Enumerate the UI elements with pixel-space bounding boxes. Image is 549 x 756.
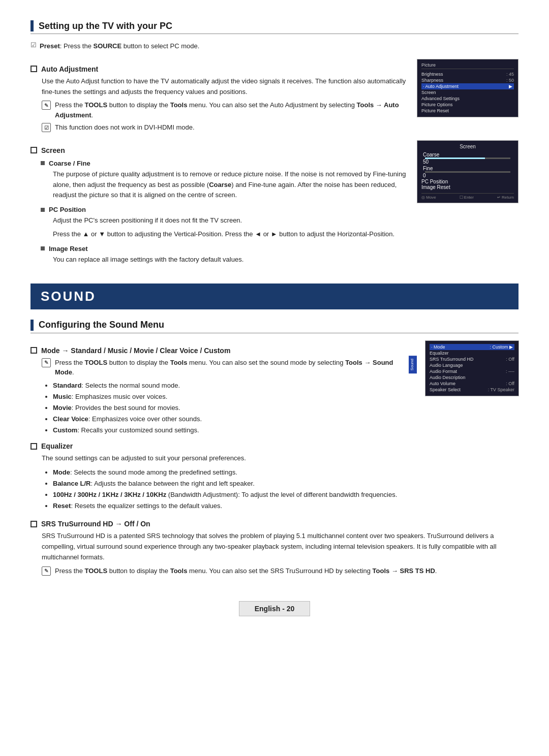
pc-position-heading: PC Position — [41, 206, 407, 213]
auto-adjustment-note1: ✎ Press the TOOLS button to display the … — [42, 100, 407, 120]
pc-position-title: PC Position — [49, 206, 86, 213]
checkbox-screen-icon — [30, 147, 37, 153]
equalizer-bullets: Mode: Selects the sound mode among the p… — [53, 467, 407, 512]
ss-row-img-reset: Image Reset — [421, 184, 514, 190]
ss-sound-audioformat: Audio Format: ---- — [430, 368, 514, 374]
checkbox-mode-icon — [30, 347, 37, 354]
section-title-pc: Setting up the TV with your PC — [39, 21, 172, 32]
auto-adjustment-title: Auto Adjustment — [41, 65, 98, 73]
ss-sound-srs: SRS TruSurround HD: Off — [430, 356, 514, 362]
note-icon-2: ☑ — [42, 123, 51, 132]
ss-row-coarse: Coarse 50 — [421, 151, 514, 165]
sound-banner: SOUND — [30, 284, 518, 309]
srs-heading: SRS TruSurround HD → Off / On — [30, 520, 518, 528]
section-heading-pc: Setting up the TV with your PC — [30, 20, 518, 34]
screen-heading: Screen — [30, 146, 407, 154]
image-reset-title: Image Reset — [49, 245, 88, 253]
small-sq-icon-reset — [41, 246, 45, 250]
equalizer-heading: Equalizer — [30, 442, 407, 450]
mode-bullet-custom: Custom: Recalls your customized sound se… — [53, 425, 407, 436]
screen-screenshot: Screen Coarse 50 Fine — [417, 140, 518, 203]
ss-row-picture-options: Picture Options — [421, 102, 514, 108]
section-heading-sound: Configuring the Sound Menu — [30, 320, 518, 333]
ss-sound-audiolang: Audio Language — [430, 362, 514, 368]
srs-note1: ✎ Press the TOOLS button to display the … — [42, 566, 518, 576]
coarse-fine-heading: Coarse / Fine — [41, 160, 407, 167]
ss-row-picture-reset: Picture Reset — [421, 108, 514, 114]
image-reset-body: You can replace all image settings with … — [53, 255, 407, 265]
screen-main: Screen Coarse / Fine The purpose of pict… — [30, 140, 407, 268]
equalizer-title: Equalizer — [41, 442, 73, 450]
ss-sound-audiodesc: Audio Description — [430, 374, 514, 381]
screen-title: Screen — [41, 146, 65, 154]
ss-screen-title: Screen — [421, 144, 514, 149]
eq-bullet-freq: 100Hz / 300Hz / 1KHz / 3KHz / 10KHz (Ban… — [53, 489, 407, 500]
sound-screenshot: · Mode: Custom ▶ Equalizer SRS TruSurrou… — [425, 340, 519, 396]
preset-text: Preset: Press the SOURCE button to selec… — [40, 41, 199, 52]
preset-line: ☑ Preset: Press the SOURCE button to sel… — [30, 41, 518, 55]
eq-bullet-balance: Balance L/R: Adjusts the balance between… — [53, 478, 407, 489]
eq-bullet-reset: Reset: Resets the equalizer settings to … — [53, 500, 407, 512]
coarse-fine-body: The purpose of picture quality adjustmen… — [53, 169, 407, 201]
ss-row-screen: Screen — [421, 89, 514, 96]
auto-adjustment-note1-text: Press the TOOLS button to display the To… — [55, 100, 407, 120]
ss-sound-equalizer: Equalizer — [430, 350, 514, 356]
srs-title: SRS TruSurround HD → Off / On — [41, 520, 150, 528]
auto-adjustment-heading: Auto Adjustment — [30, 65, 407, 73]
mode-bullet-movie: Movie: Provides the best sound for movie… — [53, 402, 407, 414]
ss-sound-autovol: Auto Volume: Off — [430, 381, 514, 387]
checkbox-icon — [30, 66, 37, 72]
coarse-fine-title: Coarse / Fine — [49, 160, 90, 167]
auto-adjustment-section: Auto Adjustment Use the Auto Adjust func… — [30, 59, 518, 135]
small-sq-icon-pc — [41, 208, 45, 212]
ss-sound-mode: · Mode: Custom ▶ — [430, 344, 514, 350]
mode-bullet-standard: Standard: Selects the normal sound mode. — [53, 380, 407, 391]
note-icon-srs: ✎ — [42, 566, 51, 576]
sound-mode-section: Mode → Standard / Music / Movie / Clear … — [30, 340, 518, 514]
mode-note1: ✎ Press the TOOLS button to display the … — [42, 358, 407, 377]
equalizer-body: The sound settings can be adjusted to su… — [42, 453, 407, 464]
ss-row-auto-adj: · Auto Adjustment▶ — [421, 83, 514, 89]
ss-picture-title: Picture — [421, 62, 514, 69]
note-icon-1: ✎ — [42, 101, 51, 110]
section-sound: Configuring the Sound Menu Mode → Standa… — [30, 320, 518, 576]
eq-bullet-mode: Mode: Selects the sound mode among the p… — [53, 467, 407, 478]
ss-sound-speaker: Speaker Select: TV Speaker — [430, 387, 514, 393]
note-icon-mode: ✎ — [42, 358, 51, 367]
blue-bar-icon — [30, 20, 34, 32]
mode-note1-text: Press the TOOLS button to display the To… — [55, 358, 407, 377]
mode-bullets: Standard: Selects the normal sound mode.… — [53, 380, 407, 436]
srs-body1: SRS TruSurround HD is a patented SRS tec… — [42, 531, 518, 562]
preset-icon: ☑ — [30, 41, 37, 49]
ss-bottom-bar: ◎ Move ☐ Enter ↵ Return — [421, 193, 514, 200]
auto-adjustment-note2: ☑ This function does not work in DVI-HDM… — [42, 122, 407, 133]
footer-badge: English - 20 — [239, 601, 311, 616]
sound-mode-main: Mode → Standard / Music / Movie / Clear … — [30, 340, 407, 514]
auto-adjustment-main: Auto Adjustment Use the Auto Adjust func… — [30, 59, 407, 135]
sound-side-tab: Sound — [409, 356, 417, 373]
ss-row-adv-settings: Advanced Settings — [421, 96, 514, 102]
auto-adjustment-note2-text: This function does not work in DVI-HDMI … — [55, 122, 407, 133]
picture-screenshot-col: Picture Brightness: 45 Sharpness: 50 · A… — [417, 59, 518, 117]
mode-title: Mode → Standard / Music / Movie / Clear … — [41, 346, 230, 355]
mode-bullet-music: Music: Emphasizes music over voices. — [53, 391, 407, 402]
image-reset-heading: Image Reset — [41, 245, 407, 253]
small-sq-icon-coarse — [41, 161, 45, 165]
sound-screenshot-col: Sound · Mode: Custom ▶ Equalizer SRS Tru… — [417, 340, 518, 396]
screen-screenshot-col: Screen Coarse 50 Fine — [417, 140, 518, 203]
srs-section: SRS TruSurround HD → Off / On SRS TruSur… — [30, 520, 518, 576]
srs-note1-text: Press the TOOLS button to display the To… — [55, 566, 518, 576]
auto-adjustment-body: Use the Auto Adjust function to have the… — [42, 76, 407, 98]
mode-bullet-clearvoice: Clear Voice: Emphasizes voice over other… — [53, 414, 407, 425]
ss-row-sharpness: Sharpness: 50 — [421, 77, 514, 83]
picture-screenshot: Picture Brightness: 45 Sharpness: 50 · A… — [417, 59, 518, 117]
blue-bar-sound-icon — [30, 320, 34, 331]
ss-row-pc-pos: PC Position — [421, 179, 514, 184]
mode-heading: Mode → Standard / Music / Movie / Clear … — [30, 346, 407, 355]
section-title-sound: Configuring the Sound Menu — [39, 320, 164, 330]
section-pc-setup: Setting up the TV with your PC ☑ Preset:… — [30, 20, 518, 268]
page-footer: English - 20 — [30, 596, 518, 616]
ss-row-fine: Fine 0 — [421, 165, 514, 179]
checkbox-srs-icon — [30, 521, 37, 527]
checkbox-eq-icon — [30, 443, 37, 450]
